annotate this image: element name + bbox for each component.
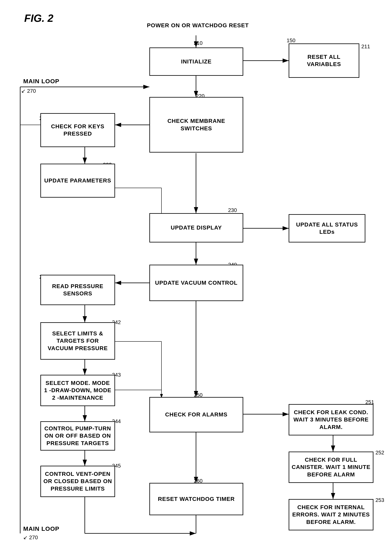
update-display-box: UPDATE DISPLAY xyxy=(149,213,243,243)
control-vent-box: CONTROL VENT-OPEN OR CLOSED BASED ON PRE… xyxy=(40,466,115,497)
update-vacuum-control-box: UPDATE VACUUM CONTROL xyxy=(149,265,243,301)
ref-150: 150 xyxy=(287,37,295,44)
power-on-label: POWER ON OR WATCHDOG RESET xyxy=(141,22,254,29)
fig-label: FIG. 2 xyxy=(24,12,53,24)
initialize-box: INITIALIZE xyxy=(149,48,243,76)
check-for-alarms-box: CHECK FOR ALARMS xyxy=(149,397,243,432)
ref-230: 230 xyxy=(228,207,237,213)
ref-211: 211 xyxy=(361,43,370,50)
main-loop-bottom-label: MAIN LOOP xyxy=(23,525,59,532)
main-loop-top-label: MAIN LOOP xyxy=(23,78,59,85)
ref-252: 252 xyxy=(375,450,384,456)
check-for-keys-pressed-box: CHECK FOR KEYS PRESSED xyxy=(40,113,115,147)
diagram-container: FIG. 2 xyxy=(0,0,392,553)
read-pressure-sensors-box: READ PRESSURE SENSORS xyxy=(40,275,115,305)
check-full-canister-box: CHECK FOR FULL CANISTER. WAIT 1 MINUTE B… xyxy=(289,452,373,483)
update-parameters-box: UPDATE PARAMETERS xyxy=(40,164,115,198)
reset-watchdog-timer-box: RESET WATCHDOG TIMER xyxy=(149,483,243,515)
check-for-leak-box: CHECK FOR LEAK COND. WAIT 3 MINUTES BEFO… xyxy=(289,404,373,435)
control-pump-box: CONTROL PUMP-TURN ON OR OFF BASED ON PRE… xyxy=(40,421,115,451)
ref-270a: ↙ 270 xyxy=(21,88,36,94)
check-internal-errors-box: CHECK FOR INTERNAL ERRORS. WAIT 2 MINUTE… xyxy=(289,499,373,530)
update-all-status-leds-box: UPDATE ALL STATUS LEDs xyxy=(289,214,365,243)
check-membrane-switches-box: CHECK MEMBRANE SWITCHES xyxy=(149,97,243,152)
select-limits-targets-box: SELECT LIMITS & TARGETS FOR VACUUM PRESS… xyxy=(40,322,115,360)
ref-253: 253 xyxy=(375,497,384,503)
ref-270b: ↙ 270 xyxy=(23,534,38,541)
reset-all-variables-box: RESET ALL VARIABLES xyxy=(289,43,359,78)
ref-210: 210 xyxy=(194,40,203,46)
select-mode-box: SELECT MODE. MODE 1 -DRAW-DOWN, MODE 2 -… xyxy=(40,375,115,406)
